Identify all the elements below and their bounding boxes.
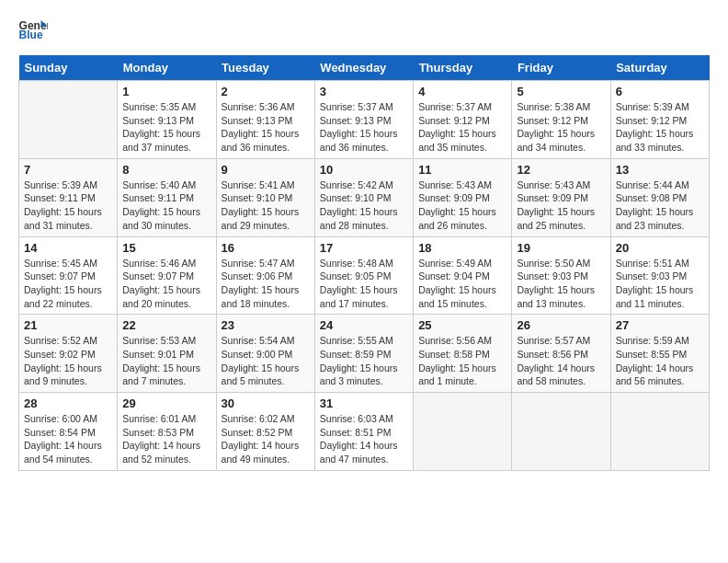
calendar-cell: 30 Sunrise: 6:02 AMSunset: 8:52 PMDaylig… <box>216 393 314 471</box>
day-detail: Sunrise: 5:39 AMSunset: 9:11 PMDaylight:… <box>24 178 112 233</box>
day-number: 30 <box>222 396 310 410</box>
calendar-cell: 26 Sunrise: 5:57 AMSunset: 8:56 PMDaylig… <box>512 315 610 393</box>
calendar-cell: 21 Sunrise: 5:52 AMSunset: 9:02 PMDaylig… <box>19 315 118 393</box>
day-detail: Sunrise: 6:00 AMSunset: 8:54 PMDaylight:… <box>24 412 112 466</box>
calendar-cell: 4 Sunrise: 5:37 AMSunset: 9:12 PMDayligh… <box>414 81 512 159</box>
day-number: 24 <box>320 318 408 332</box>
calendar-cell: 14 Sunrise: 5:45 AMSunset: 9:07 PMDaylig… <box>19 236 118 315</box>
calendar-cell: 28 Sunrise: 6:00 AMSunset: 8:54 PMDaylig… <box>19 393 118 471</box>
day-detail: Sunrise: 5:35 AMSunset: 9:13 PMDaylight:… <box>122 100 210 155</box>
calendar-cell: 16 Sunrise: 5:47 AMSunset: 9:06 PMDaylig… <box>216 236 314 315</box>
calendar-cell: 9 Sunrise: 5:41 AMSunset: 9:10 PMDayligh… <box>216 158 314 236</box>
day-number: 3 <box>320 85 408 98</box>
logo-icon: General Blue <box>18 18 48 40</box>
day-number: 20 <box>616 241 704 255</box>
day-detail: Sunrise: 5:43 AMSunset: 9:09 PMDaylight:… <box>418 178 506 233</box>
calendar-cell: 27 Sunrise: 5:59 AMSunset: 8:55 PMDaylig… <box>610 315 709 393</box>
calendar-cell: 15 Sunrise: 5:46 AMSunset: 9:07 PMDaylig… <box>118 236 216 315</box>
svg-text:Blue: Blue <box>19 29 43 40</box>
day-number: 28 <box>24 396 112 410</box>
calendar-cell: 17 Sunrise: 5:48 AMSunset: 9:05 PMDaylig… <box>314 236 413 315</box>
calendar-cell <box>610 393 709 471</box>
day-number: 19 <box>517 241 605 255</box>
calendar-cell: 5 Sunrise: 5:38 AMSunset: 9:12 PMDayligh… <box>512 81 610 159</box>
day-detail: Sunrise: 5:54 AMSunset: 9:00 PMDaylight:… <box>222 334 310 388</box>
weekday-header: Friday <box>512 55 610 81</box>
day-number: 5 <box>517 85 605 98</box>
calendar-week-row: 1 Sunrise: 5:35 AMSunset: 9:13 PMDayligh… <box>19 81 710 159</box>
day-number: 12 <box>517 163 605 177</box>
day-number: 2 <box>222 85 310 98</box>
calendar-cell: 23 Sunrise: 5:54 AMSunset: 9:00 PMDaylig… <box>216 315 314 393</box>
day-detail: Sunrise: 5:37 AMSunset: 9:13 PMDaylight:… <box>320 100 408 155</box>
calendar-cell: 19 Sunrise: 5:50 AMSunset: 9:03 PMDaylig… <box>512 236 610 315</box>
day-detail: Sunrise: 5:44 AMSunset: 9:08 PMDaylight:… <box>616 178 704 233</box>
calendar-cell <box>19 81 118 159</box>
day-detail: Sunrise: 6:01 AMSunset: 8:53 PMDaylight:… <box>122 412 210 466</box>
day-number: 11 <box>418 163 506 177</box>
calendar-week-row: 7 Sunrise: 5:39 AMSunset: 9:11 PMDayligh… <box>19 158 710 236</box>
calendar-cell <box>512 393 610 471</box>
day-detail: Sunrise: 5:43 AMSunset: 9:09 PMDaylight:… <box>517 178 605 233</box>
day-detail: Sunrise: 5:56 AMSunset: 8:58 PMDaylight:… <box>418 334 506 388</box>
day-detail: Sunrise: 5:52 AMSunset: 9:02 PMDaylight:… <box>24 334 112 388</box>
day-number: 15 <box>122 241 210 255</box>
calendar-week-row: 14 Sunrise: 5:45 AMSunset: 9:07 PMDaylig… <box>19 236 710 315</box>
day-number: 27 <box>616 318 704 332</box>
day-detail: Sunrise: 6:02 AMSunset: 8:52 PMDaylight:… <box>222 412 310 466</box>
day-number: 29 <box>122 396 210 410</box>
calendar-week-row: 28 Sunrise: 6:00 AMSunset: 8:54 PMDaylig… <box>19 393 710 471</box>
calendar-week-row: 21 Sunrise: 5:52 AMSunset: 9:02 PMDaylig… <box>19 315 710 393</box>
day-detail: Sunrise: 5:50 AMSunset: 9:03 PMDaylight:… <box>517 257 605 311</box>
day-number: 31 <box>320 396 408 410</box>
day-detail: Sunrise: 5:59 AMSunset: 8:55 PMDaylight:… <box>616 334 704 388</box>
logo: General Blue <box>18 18 51 40</box>
weekday-header: Tuesday <box>216 55 314 81</box>
day-number: 17 <box>320 241 408 255</box>
day-detail: Sunrise: 5:41 AMSunset: 9:10 PMDaylight:… <box>222 178 310 233</box>
day-detail: Sunrise: 5:37 AMSunset: 9:12 PMDaylight:… <box>418 100 506 155</box>
calendar-cell: 31 Sunrise: 6:03 AMSunset: 8:51 PMDaylig… <box>314 393 413 471</box>
calendar-cell: 22 Sunrise: 5:53 AMSunset: 9:01 PMDaylig… <box>118 315 216 393</box>
weekday-header: Wednesday <box>314 55 413 81</box>
day-number: 7 <box>24 163 112 177</box>
calendar-cell: 25 Sunrise: 5:56 AMSunset: 8:58 PMDaylig… <box>414 315 512 393</box>
calendar-cell: 2 Sunrise: 5:36 AMSunset: 9:13 PMDayligh… <box>216 81 314 159</box>
day-detail: Sunrise: 5:39 AMSunset: 9:12 PMDaylight:… <box>616 100 704 155</box>
calendar-cell: 1 Sunrise: 5:35 AMSunset: 9:13 PMDayligh… <box>118 81 216 159</box>
weekday-header: Thursday <box>414 55 512 81</box>
day-detail: Sunrise: 5:55 AMSunset: 8:59 PMDaylight:… <box>320 334 408 388</box>
weekday-header-row: SundayMondayTuesdayWednesdayThursdayFrid… <box>19 55 710 81</box>
day-number: 1 <box>122 85 210 98</box>
calendar-cell <box>414 393 512 471</box>
day-number: 16 <box>222 241 310 255</box>
day-number: 25 <box>418 318 506 332</box>
calendar-cell: 8 Sunrise: 5:40 AMSunset: 9:11 PMDayligh… <box>118 158 216 236</box>
day-detail: Sunrise: 5:42 AMSunset: 9:10 PMDaylight:… <box>320 178 408 233</box>
day-number: 26 <box>517 318 605 332</box>
day-detail: Sunrise: 5:57 AMSunset: 8:56 PMDaylight:… <box>517 334 605 388</box>
day-number: 10 <box>320 163 408 177</box>
day-number: 9 <box>222 163 310 177</box>
calendar-cell: 29 Sunrise: 6:01 AMSunset: 8:53 PMDaylig… <box>118 393 216 471</box>
calendar-cell: 12 Sunrise: 5:43 AMSunset: 9:09 PMDaylig… <box>512 158 610 236</box>
calendar-cell: 6 Sunrise: 5:39 AMSunset: 9:12 PMDayligh… <box>610 81 709 159</box>
day-detail: Sunrise: 5:47 AMSunset: 9:06 PMDaylight:… <box>222 257 310 311</box>
day-detail: Sunrise: 5:40 AMSunset: 9:11 PMDaylight:… <box>122 178 210 233</box>
calendar-cell: 7 Sunrise: 5:39 AMSunset: 9:11 PMDayligh… <box>19 158 118 236</box>
calendar-cell: 24 Sunrise: 5:55 AMSunset: 8:59 PMDaylig… <box>314 315 413 393</box>
calendar-cell: 18 Sunrise: 5:49 AMSunset: 9:04 PMDaylig… <box>414 236 512 315</box>
day-detail: Sunrise: 6:03 AMSunset: 8:51 PMDaylight:… <box>320 412 408 466</box>
weekday-header: Sunday <box>19 55 118 81</box>
day-detail: Sunrise: 5:45 AMSunset: 9:07 PMDaylight:… <box>24 257 112 311</box>
calendar-table: SundayMondayTuesdayWednesdayThursdayFrid… <box>18 55 710 471</box>
day-number: 8 <box>122 163 210 177</box>
day-detail: Sunrise: 5:51 AMSunset: 9:03 PMDaylight:… <box>616 257 704 311</box>
calendar-cell: 10 Sunrise: 5:42 AMSunset: 9:10 PMDaylig… <box>314 158 413 236</box>
day-detail: Sunrise: 5:49 AMSunset: 9:04 PMDaylight:… <box>418 257 506 311</box>
day-number: 22 <box>122 318 210 332</box>
day-detail: Sunrise: 5:38 AMSunset: 9:12 PMDaylight:… <box>517 100 605 155</box>
calendar-cell: 11 Sunrise: 5:43 AMSunset: 9:09 PMDaylig… <box>414 158 512 236</box>
day-detail: Sunrise: 5:48 AMSunset: 9:05 PMDaylight:… <box>320 257 408 311</box>
weekday-header: Saturday <box>610 55 709 81</box>
